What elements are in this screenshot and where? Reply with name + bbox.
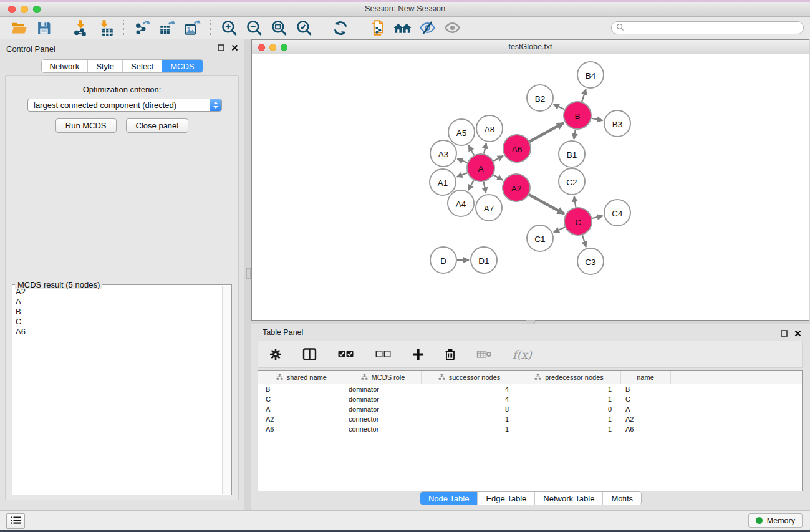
select-all-icon[interactable] — [337, 350, 354, 359]
edge-C-C3[interactable] — [582, 235, 586, 247]
hide-selected-eye-slash-icon[interactable] — [418, 19, 436, 37]
toolbar-separator — [123, 20, 124, 36]
zoom-network-window-button[interactable] — [281, 44, 287, 51]
app-title: Session: New Session — [0, 4, 810, 13]
close-network-window-button[interactable] — [258, 44, 265, 51]
edge-A-A3[interactable] — [457, 159, 467, 163]
close-panel-icon[interactable] — [231, 44, 238, 51]
tab-mcds[interactable]: MCDS — [162, 60, 202, 72]
settings-gear-icon[interactable] — [269, 348, 282, 360]
zoom-fit-icon[interactable] — [269, 19, 288, 37]
edge-B-B4[interactable] — [582, 89, 586, 102]
table-cell: 1 — [421, 414, 518, 424]
table-row[interactable]: Bdominator41B — [258, 384, 802, 395]
table-header-row: shared nameMCDS rolesuccessor nodesprede… — [258, 371, 802, 384]
column-header-predecessor-nodes[interactable]: predecessor nodes — [518, 371, 620, 384]
control-panel-tabs: NetworkStyleSelectMCDS — [41, 59, 203, 73]
column-header-shared-name[interactable]: shared name — [258, 371, 345, 384]
zoom-in-icon[interactable] — [219, 19, 238, 37]
tab-network-table[interactable]: Network Table — [535, 492, 603, 505]
hierarchy-icon — [438, 374, 445, 382]
tab-network[interactable]: Network — [41, 60, 88, 72]
result-scrollbar[interactable] — [222, 286, 231, 494]
table-cell: B — [258, 384, 345, 395]
edge-A2-C[interactable] — [529, 195, 564, 214]
export-table-icon[interactable] — [158, 19, 176, 37]
mcds-result-item[interactable]: A2 — [13, 287, 222, 297]
table-cell: A2 — [620, 414, 670, 424]
tab-node-table[interactable]: Node Table — [420, 492, 478, 505]
unselect-all-icon[interactable] — [375, 350, 392, 359]
table-row[interactable]: A2connector11A2 — [258, 414, 802, 424]
edge-A6-B[interactable] — [529, 123, 564, 142]
application-window: Session: New Session Control Panel — [0, 0, 810, 532]
edge-A-A4[interactable] — [468, 180, 474, 190]
table-row[interactable]: A6connector11A6 — [258, 424, 802, 434]
mcds-result-item[interactable]: C — [13, 317, 222, 327]
float-table-panel-icon[interactable] — [781, 328, 788, 339]
delete-table-icon[interactable] — [476, 349, 492, 359]
mcds-result-item[interactable]: A6 — [13, 327, 222, 337]
column-header-name[interactable]: name — [620, 371, 670, 384]
table-row[interactable]: Adominator80A — [258, 404, 802, 414]
table-row[interactable]: Cdominator41C — [258, 394, 802, 404]
horizontal-splitter-handle[interactable] — [526, 320, 535, 324]
tab-edge-table[interactable]: Edge Table — [478, 492, 535, 505]
run-mcds-button[interactable]: Run MCDS — [55, 118, 117, 133]
table-cell: 0 — [518, 404, 620, 414]
clone-network-icon[interactable] — [368, 19, 387, 37]
edge-B-B3[interactable] — [592, 118, 603, 121]
edge-A-A5[interactable] — [469, 145, 475, 155]
minimize-network-window-button[interactable] — [269, 44, 276, 51]
search-input[interactable] — [627, 23, 799, 33]
export-network-icon[interactable] — [133, 19, 152, 37]
add-column-icon[interactable] — [412, 349, 424, 360]
node-label-A: A — [478, 164, 483, 173]
column-view-icon[interactable] — [302, 348, 317, 360]
network-canvas[interactable]: B4B2BB3A5A8A6B1A3AA1C2A2A4A7C4CC1C3DD1 — [252, 54, 809, 320]
open-session-icon[interactable] — [9, 19, 28, 37]
search-field[interactable] — [611, 21, 804, 34]
edge-C-C4[interactable] — [592, 216, 603, 218]
tab-motifs[interactable]: Motifs — [603, 492, 641, 505]
import-network-icon[interactable] — [71, 19, 90, 37]
mcds-result-list[interactable]: A2ABCA6 — [13, 287, 222, 494]
save-session-icon[interactable] — [34, 19, 53, 37]
edge-A-A2[interactable] — [493, 175, 503, 180]
node-label-B: B — [574, 112, 580, 121]
mcds-result-item[interactable]: B — [13, 307, 222, 317]
function-builder-icon[interactable]: f(x) — [513, 348, 532, 361]
zoom-selected-icon[interactable] — [294, 19, 313, 37]
refresh-icon[interactable] — [331, 19, 350, 37]
tab-select[interactable]: Select — [123, 60, 162, 72]
column-header-successor-nodes[interactable]: successor nodes — [421, 371, 518, 384]
vertical-splitter-handle[interactable] — [246, 268, 251, 279]
zoom-out-icon[interactable] — [244, 19, 263, 37]
edge-A-A8[interactable] — [484, 143, 486, 153]
float-panel-icon[interactable] — [218, 44, 224, 51]
edge-A-A6[interactable] — [493, 156, 503, 161]
edge-C-C2[interactable] — [574, 196, 576, 208]
edge-C-C1[interactable] — [554, 227, 565, 232]
export-image-icon[interactable] — [183, 19, 201, 37]
task-history-button[interactable] — [6, 513, 25, 529]
close-table-panel-icon[interactable] — [794, 328, 801, 339]
edge-A-A1[interactable] — [457, 173, 468, 177]
optimization-criterion-select[interactable]: largest connected component (directed) — [27, 99, 222, 112]
edge-B-B1[interactable] — [574, 130, 575, 139]
delete-column-icon[interactable] — [445, 348, 456, 360]
close-panel-button[interactable]: Close panel — [126, 118, 189, 133]
table-cell: C — [258, 394, 345, 404]
import-table-icon[interactable] — [96, 19, 115, 37]
memory-button[interactable]: Memory — [748, 513, 803, 528]
edge-B-B2[interactable] — [554, 104, 565, 109]
table-cell: 1 — [518, 414, 620, 424]
tab-style[interactable]: Style — [88, 60, 123, 72]
control-panel: Control Panel NetworkStyleSelectMCDS Opt… — [0, 39, 244, 510]
network-window-titlebar: testGlobe.txt — [252, 40, 809, 55]
column-header-mcds-role[interactable]: MCDS role — [345, 371, 421, 384]
mcds-result-item[interactable]: A — [13, 297, 222, 307]
edge-A-A7[interactable] — [484, 182, 486, 193]
show-all-eye-icon[interactable] — [443, 19, 461, 37]
home-icon[interactable] — [393, 19, 412, 37]
